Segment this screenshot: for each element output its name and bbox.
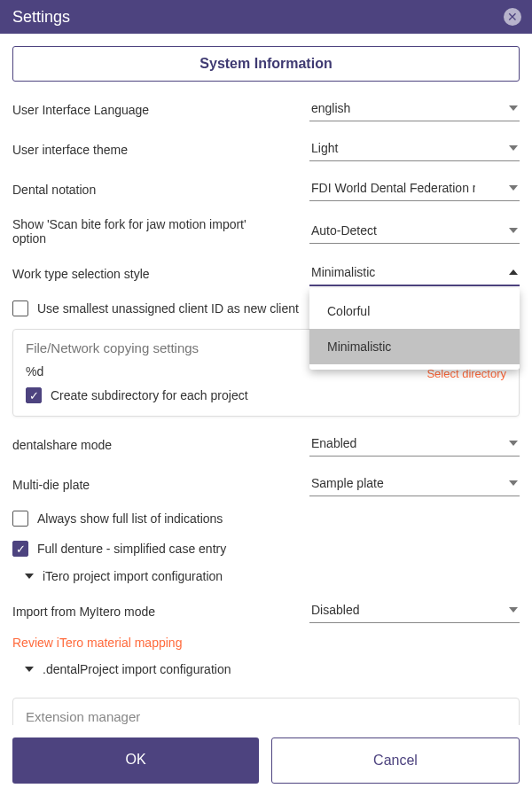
theme-label: User interface theme: [12, 143, 309, 157]
full-list-label: Always show full list of indications: [37, 511, 223, 526]
dentalshare-label: dentalshare mode: [12, 438, 309, 452]
extension-manager-title: Extension manager: [26, 709, 506, 724]
multi-die-value: Sample plate: [311, 476, 384, 490]
theme-select[interactable]: Light: [309, 137, 520, 161]
subdir-row: ✓ Create subdirectory for each project: [26, 387, 506, 403]
settings-window: Settings ✕ System Information User Inter…: [0, 0, 532, 796]
dental-notation-row: Dental notation FDI World Dental Federat…: [12, 177, 520, 201]
close-icon[interactable]: ✕: [504, 8, 521, 26]
smallest-id-checkbox[interactable]: [12, 300, 28, 316]
work-style-label: Work type selection style: [12, 267, 309, 281]
chevron-down-icon: [509, 607, 518, 613]
theme-row: User interface theme Light: [12, 137, 520, 161]
chevron-down-icon: [25, 574, 34, 579]
cancel-button[interactable]: Cancel: [271, 737, 520, 784]
myitero-select[interactable]: Disabled: [309, 599, 520, 623]
dental-project-expander[interactable]: .dentalProject import configuration: [25, 662, 520, 676]
bite-fork-value: Auto-Detect: [311, 223, 377, 238]
check-icon: ✓: [29, 390, 39, 402]
full-denture-label: Full denture - simplified case entry: [37, 542, 226, 556]
chevron-down-icon: [509, 228, 518, 233]
smallest-id-label: Use smallest unassigned client ID as new…: [37, 301, 299, 316]
ui-language-value: english: [311, 101, 350, 115]
itero-expander-label: iTero project import configuration: [43, 569, 223, 583]
multi-die-label: Multi-die plate: [12, 478, 309, 492]
dentalshare-select[interactable]: Enabled: [309, 433, 520, 457]
work-style-value: Minimalistic: [311, 265, 375, 279]
itero-expander[interactable]: iTero project import configuration: [25, 569, 520, 583]
full-denture-checkbox[interactable]: ✓: [12, 541, 28, 557]
ui-language-select[interactable]: english: [309, 98, 520, 121]
bite-fork-label: Show 'Scan bite fork for jaw motion impo…: [12, 217, 278, 246]
chevron-down-icon: [509, 105, 518, 111]
check-icon: ✓: [16, 543, 26, 555]
review-itero-link[interactable]: Review iTero material mapping: [12, 636, 520, 650]
window-title: Settings: [12, 8, 70, 27]
content-area: System Information User Interface Langua…: [0, 34, 532, 725]
chevron-up-icon: [509, 269, 518, 275]
myitero-value: Disabled: [311, 603, 359, 617]
chevron-down-icon: [509, 480, 518, 486]
theme-value: Light: [311, 141, 338, 155]
system-information-button[interactable]: System Information: [12, 46, 520, 82]
bite-fork-row: Show 'Scan bite fork for jaw motion impo…: [12, 217, 520, 246]
work-style-select[interactable]: Minimalistic: [309, 261, 520, 286]
dental-notation-select[interactable]: FDI World Dental Federation no: [309, 177, 520, 201]
dialog-footer: OK Cancel: [0, 725, 532, 796]
chevron-down-icon: [509, 185, 518, 191]
dental-notation-label: Dental notation: [12, 183, 309, 197]
work-style-option-minimalistic[interactable]: Minimalistic: [309, 329, 520, 364]
myitero-row: Import from MyItero mode Disabled: [12, 599, 520, 623]
ui-language-label: User Interface Language: [12, 103, 309, 117]
dental-notation-value: FDI World Dental Federation no: [311, 181, 475, 195]
subdir-checkbox[interactable]: ✓: [26, 387, 42, 403]
dental-project-expander-label: .dentalProject import configuration: [43, 662, 231, 676]
myitero-label: Import from MyItero mode: [12, 605, 309, 619]
dentalshare-row: dentalshare mode Enabled: [12, 433, 520, 457]
multi-die-row: Multi-die plate Sample plate: [12, 472, 520, 496]
work-style-option-colorful[interactable]: Colorful: [309, 293, 520, 329]
ui-language-row: User Interface Language english: [12, 98, 520, 121]
multi-die-select[interactable]: Sample plate: [309, 472, 520, 496]
dentalshare-value: Enabled: [311, 436, 356, 450]
full-denture-row: ✓ Full denture - simplified case entry: [12, 541, 520, 557]
chevron-down-icon: [509, 145, 518, 151]
chevron-down-icon: [509, 441, 518, 446]
full-list-checkbox[interactable]: [12, 511, 28, 527]
chevron-down-icon: [25, 667, 34, 672]
work-style-dropdown: Colorful Minimalistic: [309, 288, 520, 370]
titlebar: Settings ✕: [0, 0, 532, 34]
full-list-row: Always show full list of indications: [12, 511, 520, 527]
extension-manager-card: Extension manager Manage extensions: [12, 698, 520, 725]
ok-button[interactable]: OK: [12, 737, 259, 784]
bite-fork-select[interactable]: Auto-Detect: [309, 220, 520, 244]
work-style-row: Work type selection style Minimalistic C…: [12, 261, 520, 286]
subdir-label: Create subdirectory for each project: [51, 388, 248, 402]
